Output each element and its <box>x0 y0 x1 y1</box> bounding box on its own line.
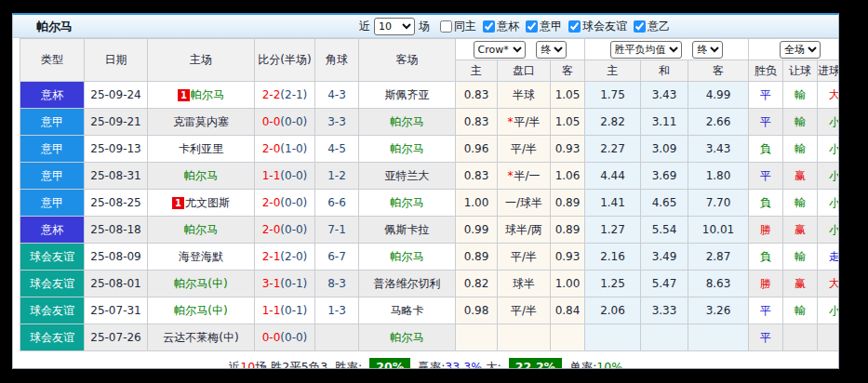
match-row: 意甲25-08-31帕尔马1-1(0-0)1-2亚特兰大0.83*半/一1.06… <box>20 163 840 190</box>
goals-result-cell: 大 <box>818 82 840 109</box>
result-cell: 平 <box>749 163 783 190</box>
filter-controls: 近 10 场 同主 意杯 意甲 球会友谊 意乙 <box>359 15 670 37</box>
home-team-cell: 海登海默 <box>148 244 255 271</box>
corner-cell: 8-3 <box>315 271 359 297</box>
away-team-name: 佩斯卡拉 <box>385 223 430 236</box>
home-team-cell: 云达不莱梅(中) <box>148 324 255 351</box>
date-cell: 25-09-13 <box>85 136 148 163</box>
score-cell: 2-2(2-1) <box>255 82 315 109</box>
euro-home-odds-cell: 1.75 <box>585 82 641 109</box>
bookmaker-select[interactable]: Crow* <box>474 41 526 59</box>
footer-single-label: 单率: <box>569 360 596 369</box>
changed-odds-star: * <box>507 115 513 128</box>
halftime-score: (0-0) <box>280 223 307 236</box>
date-cell: 25-09-24 <box>85 82 148 109</box>
handicap-result-cell: 赢 <box>783 163 818 190</box>
corner-cell: 1-3 <box>315 297 359 324</box>
footer-match-count: 10 <box>240 360 255 369</box>
euro-away-odds-cell <box>688 324 749 351</box>
asia-away-odds-cell: 0.89 <box>551 217 585 244</box>
scope-select[interactable]: 全场 <box>780 41 821 59</box>
handicap-result-cell <box>783 324 818 351</box>
date-cell: 25-08-01 <box>85 271 148 297</box>
asia-home-odds-cell: 0.89 <box>456 244 498 271</box>
home-team-name: 海登海默 <box>179 250 223 263</box>
score-cell: 2-1(2-0) <box>255 244 315 271</box>
euro-away-odds-cell: 10.01 <box>688 217 749 244</box>
col-header-euro-draw: 和 <box>641 60 688 82</box>
away-team-cell: 帕尔马 <box>359 324 456 351</box>
result-cell: 負 <box>749 244 783 271</box>
score-cell: 2-0(1-0) <box>255 136 315 163</box>
euro-away-odds-cell: 2.87 <box>688 244 749 271</box>
fulltime-score: 2-0 <box>262 196 281 209</box>
euro-away-odds-cell: 8.63 <box>688 271 749 297</box>
goals-result-cell <box>818 324 840 351</box>
euro-odds-select[interactable]: 胜平负均值 <box>610 41 682 59</box>
away-team-name: 普洛维尔切利 <box>374 277 441 290</box>
league-checkbox-italy-cup[interactable] <box>483 20 495 33</box>
date-cell: 25-09-21 <box>85 109 148 136</box>
score-cell: 0-0(0-0) <box>255 324 315 351</box>
euro-time-select[interactable]: 终 <box>692 41 723 59</box>
asia-line-cell: 平/半 <box>498 297 551 324</box>
result-cell: 負 <box>749 190 783 217</box>
euro-away-odds-cell: 1.80 <box>688 163 749 190</box>
date-cell: 25-08-25 <box>85 190 148 217</box>
result-cell: 平 <box>749 82 783 109</box>
fulltime-score: 3-1 <box>262 277 281 290</box>
league-type-cell: 意甲 <box>20 190 85 217</box>
league-label-italy-cup: 意杯 <box>497 19 519 34</box>
match-row: 意杯25-08-18帕尔马2-0(0-0)7-1佩斯卡拉0.99球半/两0.89… <box>20 217 840 244</box>
halftime-score: (0-0) <box>280 331 307 344</box>
date-cell: 25-08-31 <box>85 163 148 190</box>
home-team-name: 云达不莱梅(中) <box>163 331 238 344</box>
match-row: 球会友谊25-08-09海登海默2-1(2-0)6-7帕尔马0.89平/半0.9… <box>20 244 840 271</box>
home-team-cell: 克雷莫内塞 <box>148 109 255 136</box>
away-team-cell: 斯佩齐亚 <box>359 82 456 109</box>
corner-cell: 4-5 <box>315 136 359 163</box>
date-cell: 25-08-18 <box>85 217 148 244</box>
home-team-cell: 帕尔马 <box>148 217 255 244</box>
group-header-row: 类型 日期 主场 比分(半场) 角球 客场 Crow* 终 胜平负均值 <box>20 39 840 60</box>
result-cell: 平 <box>749 324 783 351</box>
fulltime-score: 2-0 <box>262 142 281 155</box>
asia-away-odds-cell: 1.06 <box>551 163 585 190</box>
col-header-goals-result: 进球数 <box>818 60 840 82</box>
euro-home-odds-cell: 1.27 <box>585 217 641 244</box>
col-header-home: 主场 <box>148 39 255 82</box>
asia-time-select[interactable]: 终 <box>536 41 567 59</box>
halftime-score: (0-0) <box>280 115 307 128</box>
asia-line-cell: 平/半 <box>498 136 551 163</box>
league-type-cell: 意杯 <box>20 217 85 244</box>
league-checkbox-serie-b[interactable] <box>634 20 646 33</box>
euro-away-odds-cell: 3.43 <box>688 136 749 163</box>
asia-home-odds-cell: 0.98 <box>456 297 498 324</box>
asia-home-odds-cell: 0.83 <box>456 109 498 136</box>
league-checkbox-serie-a[interactable] <box>526 20 538 33</box>
date-cell: 25-08-09 <box>85 244 148 271</box>
same-home-checkbox[interactable] <box>440 20 452 33</box>
corner-cell: 6-7 <box>315 244 359 271</box>
league-checkbox-club-friendly[interactable] <box>568 20 581 33</box>
home-team-name: 帕尔马 <box>184 223 218 236</box>
asia-away-odds-cell: 1.05 <box>551 109 585 136</box>
asia-home-odds-cell: 0.96 <box>456 136 498 163</box>
away-team-cell: 帕尔马 <box>359 244 456 271</box>
home-team-name: 克雷莫内塞 <box>173 115 229 128</box>
halftime-score: (0-1) <box>280 304 307 317</box>
result-cell: 勝 <box>749 271 783 297</box>
col-header-asia-away: 客 <box>551 60 585 82</box>
match-count-select[interactable]: 10 <box>374 18 415 35</box>
matches-label: 场 <box>419 19 430 34</box>
col-header-away: 客场 <box>359 39 456 82</box>
score-cell: 3-1(0-1) <box>255 271 315 297</box>
win-rate-badge: 20% <box>369 358 410 369</box>
corner-cell <box>315 324 359 351</box>
result-cell: 勝 <box>749 217 783 244</box>
euro-draw-odds-cell <box>641 324 688 351</box>
result-cell: 平 <box>749 109 783 136</box>
result-cell: 平 <box>749 297 783 324</box>
halftime-score: (0-0) <box>280 169 307 182</box>
asia-odds-group-header: Crow* 终 <box>456 39 585 60</box>
